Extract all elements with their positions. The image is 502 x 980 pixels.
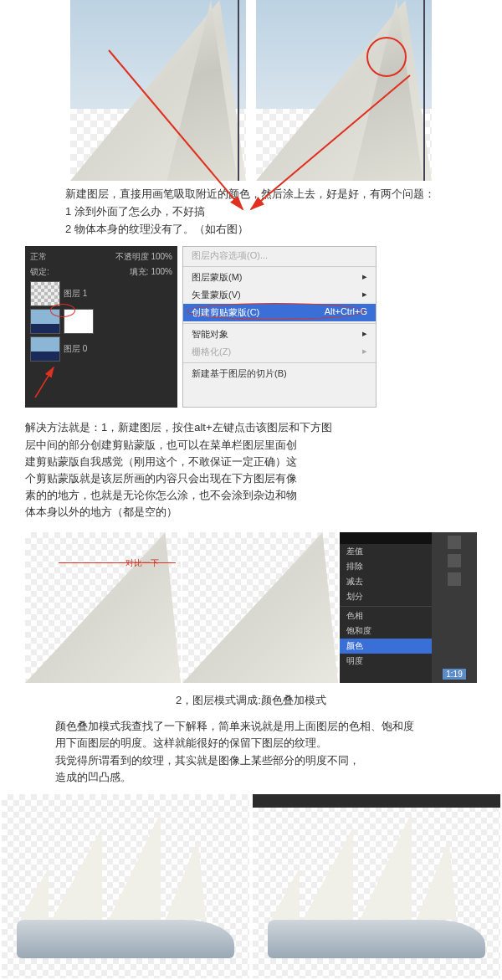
blend-option-color[interactable]: 颜色 (340, 639, 432, 654)
blend-option[interactable]: 划分 (340, 589, 432, 604)
blend-mode-menu: 差值 排除 减去 划分 色相 饱和度 颜色 明度 (340, 532, 432, 683)
blend-option[interactable]: 明度 (340, 654, 432, 669)
lock-label: 锁定: (30, 266, 49, 278)
blend-option-saturation[interactable]: 饱和度 (340, 623, 432, 639)
blend-option[interactable]: 排除 (340, 559, 432, 574)
properties-panel: 1:19 (432, 532, 477, 683)
opacity-value[interactable]: 100% (151, 252, 172, 261)
intro-line2: 1 涂到外面了怎么办，不好搞 (65, 203, 455, 221)
fill-value[interactable]: 填充: 100% (130, 266, 172, 278)
menu-item[interactable]: 图层内容选项(O)... (183, 247, 376, 264)
blend-option[interactable]: 差值 (340, 544, 432, 559)
layer-row-0[interactable]: 图层 0 (30, 336, 172, 362)
compare-right (182, 532, 338, 683)
photoshop-ui-row: 正常 不透明度 100% 锁定: 填充: 100% 图层 1 图层 0 图层内容… (0, 243, 502, 411)
blend-mode-select[interactable]: 正常 (30, 251, 47, 263)
layer-row-ship-masked[interactable] (30, 309, 172, 334)
ship-compare-row (0, 789, 502, 980)
arrow-icon (28, 364, 62, 403)
menu-item[interactable]: 矢量蒙版(V)▸ (183, 286, 376, 304)
sail-image-right (256, 0, 432, 181)
menu-item-create-clipping-mask[interactable]: 创建剪贴蒙版(C)Alt+Ctrl+G (183, 304, 376, 321)
time-badge: 1:19 (443, 669, 465, 680)
intro-text: 新建图层，直接用画笔吸取附近的颜色，然后涂上去，好是好，有两个问题： 1 涂到外… (0, 181, 502, 243)
step2-caption: 2，图层模式调成:颜色叠加模式 (0, 686, 502, 715)
layer-context-menu: 图层内容选项(O)... 图层蒙版(M)▸ 矢量蒙版(V)▸ 创建剪贴蒙版(C)… (182, 246, 376, 408)
panel-icon[interactable] (448, 536, 461, 549)
menu-item[interactable]: 图层蒙版(M)▸ (183, 269, 376, 286)
layer-thumb-empty (30, 281, 60, 306)
compare-left: 对比一下 (25, 532, 181, 683)
intro-line1: 新建图层，直接用画笔吸取附近的颜色，然后涂上去，好是好，有两个问题： (65, 186, 455, 203)
ship-left (2, 794, 249, 978)
sail-image-left (70, 0, 246, 181)
panel-icon[interactable] (448, 572, 461, 586)
panel-icon[interactable] (448, 554, 461, 567)
color-mode-text: 颜色叠加模式我查找了一下解释，简单来说就是用上面图层的色相、饱和度 用下面图层的… (0, 715, 502, 789)
menu-item[interactable]: 新建基于图层的切片(B) (183, 365, 376, 382)
ship-right (253, 794, 500, 978)
blend-option[interactable]: 色相 (340, 608, 432, 623)
layer-row-1[interactable]: 图层 1 (30, 281, 172, 306)
intro-line3: 2 物体本身的纹理没有了。（如右图） (65, 221, 455, 239)
layer-1-name: 图层 1 (64, 288, 87, 300)
layers-panel: 正常 不透明度 100% 锁定: 填充: 100% 图层 1 图层 0 (25, 246, 177, 408)
blend-option[interactable]: 减去 (340, 574, 432, 589)
compare-panel: 对比一下 差值 排除 减去 划分 色相 饱和度 颜色 明度 1:19 (0, 529, 502, 686)
menu-item[interactable]: 栅格化(Z)▸ (183, 343, 376, 361)
svg-line-2 (35, 367, 54, 398)
solution-text: 解决方法就是：1，新建图层，按住alt+左键点击该图层和下方图 层中间的部分创建… (0, 411, 502, 529)
menu-item[interactable]: 智能对象▸ (183, 326, 376, 343)
opacity-label: 不透明度 (115, 252, 149, 261)
annotation-circle (366, 37, 407, 77)
compare-note: 对比一下 (126, 557, 159, 569)
layer-thumb-ship (30, 336, 60, 362)
layer-0-name: 图层 0 (64, 343, 87, 355)
